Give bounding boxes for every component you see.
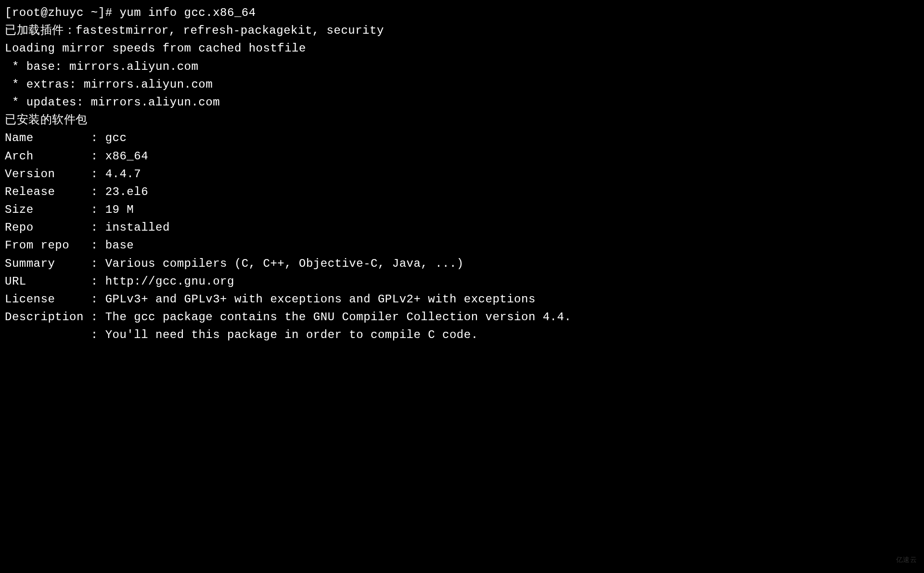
field-summary: Summary : Various compilers (C, C++, Obj…	[5, 255, 919, 273]
field-from-repo: From repo : base	[5, 236, 919, 254]
field-release: Release : 23.el6	[5, 183, 919, 201]
field-size: Size : 19 M	[5, 201, 919, 219]
mirror-extras: * extras: mirrors.aliyun.com	[5, 76, 919, 93]
terminal-output[interactable]: [root@zhuyc ~]# yum info gcc.x86_64 已加载插…	[5, 4, 919, 344]
plugins-loaded-line: 已加载插件：fastestmirror, refresh-packagekit,…	[5, 22, 919, 39]
command-line: [root@zhuyc ~]# yum info gcc.x86_64	[5, 4, 919, 22]
field-license: License : GPLv3+ and GPLv3+ with excepti…	[5, 290, 919, 308]
loading-mirror-line: Loading mirror speeds from cached hostfi…	[5, 39, 919, 57]
shell-prompt: [root@zhuyc ~]#	[5, 6, 119, 19]
watermark-text: 亿速云	[896, 555, 917, 566]
field-version: Version : 4.4.7	[5, 165, 919, 183]
mirror-updates: * updates: mirrors.aliyun.com	[5, 93, 919, 111]
field-name: Name : gcc	[5, 129, 919, 147]
installed-packages-header: 已安装的软件包	[5, 111, 919, 129]
field-description: Description : The gcc package contains t…	[5, 308, 919, 326]
field-repo: Repo : installed	[5, 219, 919, 236]
field-arch: Arch : x86_64	[5, 147, 919, 165]
mirror-base: * base: mirrors.aliyun.com	[5, 58, 919, 76]
field-description-cont: : You'll need this package in order to c…	[5, 326, 919, 344]
command-text: yum info gcc.x86_64	[119, 6, 256, 19]
field-url: URL : http://gcc.gnu.org	[5, 273, 919, 290]
